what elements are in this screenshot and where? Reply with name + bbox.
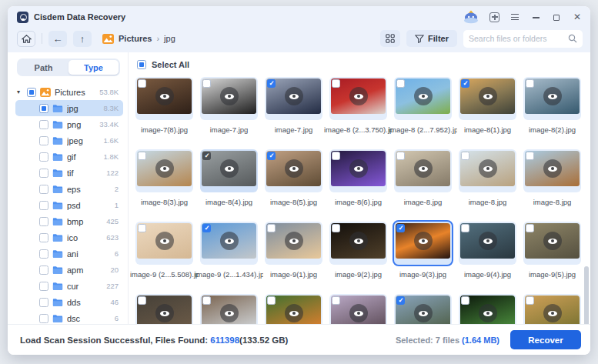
file-thumbnail[interactable]	[459, 294, 516, 324]
sidebar-tree-item[interactable]: ▾ dsc 6	[15, 310, 123, 324]
preview-eye-icon[interactable]	[414, 87, 433, 105]
tree-item-checkbox[interactable]	[39, 249, 48, 259]
file-thumbnail[interactable]	[459, 222, 516, 265]
file-thumbnail[interactable]	[459, 77, 516, 120]
tree-item-checkbox[interactable]	[27, 88, 36, 97]
file-checkbox[interactable]	[267, 79, 276, 88]
grid-view-button[interactable]	[380, 30, 400, 47]
preview-eye-icon[interactable]	[479, 232, 497, 250]
sidebar-tree-item[interactable]: ▾ jpg 8.3K	[15, 100, 123, 116]
tree-item-checkbox[interactable]	[39, 282, 48, 291]
file-thumbnail[interactable]	[394, 294, 452, 324]
preview-eye-icon[interactable]	[155, 159, 174, 178]
preview-eye-icon[interactable]	[155, 87, 174, 105]
file-checkbox[interactable]	[461, 296, 469, 305]
file-checkbox[interactable]	[267, 296, 276, 305]
preview-eye-icon[interactable]	[220, 159, 239, 178]
sidebar-tree-item[interactable]: ▾ tif 122	[15, 165, 123, 181]
select-all-row[interactable]: Select All	[137, 60, 590, 69]
menu-button[interactable]	[509, 12, 520, 22]
file-thumbnail[interactable]	[200, 149, 258, 192]
file-checkbox[interactable]	[202, 296, 211, 305]
sidebar-tree-item[interactable]: ▾ gif 1.8K	[15, 149, 123, 165]
tree-item-checkbox[interactable]	[39, 314, 48, 323]
file-checkbox[interactable]	[202, 79, 211, 88]
sidebar-tree-item[interactable]: ▾ jpeg 1.6K	[15, 132, 123, 149]
file-thumbnail[interactable]	[523, 149, 581, 192]
tree-item-checkbox[interactable]	[39, 298, 48, 307]
tree-item-checkbox[interactable]	[39, 233, 48, 242]
file-checkbox[interactable]	[202, 152, 211, 160]
maximize-button[interactable]	[551, 12, 562, 22]
file-thumbnail[interactable]	[135, 222, 193, 265]
preview-eye-icon[interactable]	[285, 304, 303, 322]
file-checkbox[interactable]	[332, 152, 340, 160]
file-checkbox[interactable]	[202, 224, 211, 232]
preview-eye-icon[interactable]	[414, 232, 433, 250]
gift-icon[interactable]	[489, 12, 499, 22]
tree-item-checkbox[interactable]	[39, 169, 48, 178]
preview-eye-icon[interactable]	[349, 232, 368, 250]
preview-eye-icon[interactable]	[285, 159, 303, 178]
file-thumbnail[interactable]	[265, 294, 322, 324]
breadcrumb-folder[interactable]: Pictures	[119, 34, 152, 43]
up-button[interactable]: ↑	[73, 31, 92, 47]
tab-path[interactable]: Path	[18, 60, 68, 75]
file-checkbox[interactable]	[526, 79, 534, 88]
file-thumbnail[interactable]	[135, 77, 193, 120]
expand-arrow-icon[interactable]: ▾	[17, 88, 23, 95]
file-checkbox[interactable]	[526, 152, 534, 160]
sidebar-tree-item[interactable]: ▾ apm 20	[15, 262, 123, 278]
file-thumbnail[interactable]	[265, 77, 322, 120]
sidebar-tree-item[interactable]: ▾ psd 1	[15, 197, 123, 213]
preview-eye-icon[interactable]	[543, 87, 562, 105]
preview-eye-icon[interactable]	[543, 159, 562, 178]
file-thumbnail[interactable]	[523, 77, 581, 120]
preview-eye-icon[interactable]	[349, 159, 368, 178]
sidebar-tree-item[interactable]: ▾ Pictures 53.8K	[15, 84, 123, 100]
file-thumbnail[interactable]	[265, 149, 322, 192]
preview-eye-icon[interactable]	[479, 304, 497, 322]
sidebar-tree-item[interactable]: ▾ ani 6	[15, 245, 123, 262]
file-thumbnail[interactable]	[200, 77, 258, 120]
file-thumbnail[interactable]	[394, 222, 452, 265]
preview-eye-icon[interactable]	[414, 304, 433, 322]
vertical-scrollbar[interactable]	[584, 266, 589, 324]
select-all-checkbox[interactable]	[137, 60, 146, 69]
preview-eye-icon[interactable]	[479, 159, 497, 178]
tree-item-checkbox[interactable]	[39, 217, 48, 226]
file-checkbox[interactable]	[267, 224, 276, 232]
file-thumbnail[interactable]	[200, 222, 258, 265]
file-thumbnail[interactable]	[135, 294, 193, 324]
preview-eye-icon[interactable]	[155, 304, 174, 322]
file-thumbnail[interactable]	[329, 149, 387, 192]
file-thumbnail[interactable]	[523, 294, 581, 324]
file-thumbnail[interactable]	[394, 77, 452, 120]
preview-eye-icon[interactable]	[220, 232, 239, 250]
file-thumbnail[interactable]	[394, 149, 452, 192]
file-thumbnail[interactable]	[135, 149, 193, 192]
sidebar-tree-item[interactable]: ▾ bmp 425	[15, 213, 123, 229]
close-button[interactable]: ✕	[572, 12, 583, 22]
file-checkbox[interactable]	[396, 79, 405, 88]
breadcrumb-current[interactable]: jpg	[164, 34, 175, 43]
preview-eye-icon[interactable]	[543, 304, 562, 322]
preview-eye-icon[interactable]	[543, 232, 562, 250]
file-thumbnail[interactable]	[329, 222, 387, 265]
preview-eye-icon[interactable]	[479, 87, 497, 105]
tree-item-checkbox[interactable]	[39, 185, 48, 194]
file-checkbox[interactable]	[396, 296, 405, 305]
file-thumbnail[interactable]	[200, 294, 258, 324]
file-checkbox[interactable]	[267, 152, 276, 160]
file-checkbox[interactable]	[332, 224, 340, 232]
file-checkbox[interactable]	[526, 224, 534, 232]
file-checkbox[interactable]	[332, 79, 340, 88]
file-checkbox[interactable]	[396, 152, 405, 160]
file-checkbox[interactable]	[138, 152, 146, 160]
file-checkbox[interactable]	[138, 224, 146, 232]
file-thumbnail[interactable]	[523, 222, 581, 265]
file-checkbox[interactable]	[396, 224, 405, 232]
search-box[interactable]	[463, 30, 583, 48]
file-checkbox[interactable]	[138, 296, 146, 305]
preview-eye-icon[interactable]	[349, 87, 368, 105]
